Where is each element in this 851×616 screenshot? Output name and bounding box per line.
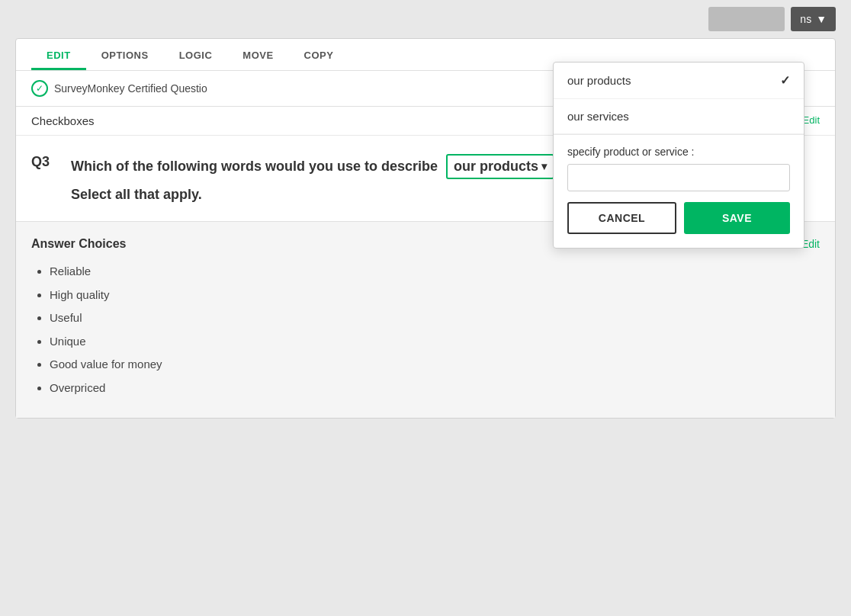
dropdown-item-label: our services — [567, 110, 629, 123]
specify-section: specify product or service : CANCEL SAVE — [554, 134, 804, 248]
inline-dropdown[interactable]: our products ▾ — [446, 154, 554, 179]
tab-copy[interactable]: COPY — [289, 39, 349, 70]
save-button[interactable]: SAVE — [684, 202, 790, 234]
dropdown-item-label: our products — [567, 74, 631, 87]
list-item: High quality — [50, 287, 820, 304]
specify-label: specify product or service : — [567, 146, 790, 158]
top-bar-dropdown-label: ns — [800, 13, 811, 25]
list-item: Useful — [50, 310, 820, 327]
list-item: Reliable — [50, 263, 820, 281]
list-item: Unique — [50, 333, 820, 351]
certified-icon: ✓ — [31, 80, 48, 97]
top-bar-btn1[interactable] — [708, 7, 785, 31]
answer-list: Reliable High quality Useful Unique Good… — [31, 263, 820, 396]
specify-input[interactable] — [567, 164, 790, 191]
answer-choices-title: Answer Choices — [31, 237, 126, 251]
certified-text: SurveyMonkey Certified Questio — [54, 82, 207, 95]
answer-section: Answer Choices Edit Reliable High qualit… — [16, 222, 835, 418]
list-item: Overpriced — [50, 380, 820, 397]
check-icon: ✓ — [780, 73, 790, 88]
dropdown-popup: our products ✓ our services specify prod… — [553, 62, 804, 249]
tab-logic[interactable]: LOGIC — [164, 39, 228, 70]
dropdown-item-services[interactable]: our services — [554, 99, 804, 134]
inline-dropdown-value: our products — [454, 157, 538, 176]
question-text: Which of the following words would you u… — [71, 154, 571, 179]
question-number: Q3 — [31, 154, 62, 170]
tab-move[interactable]: MOVE — [227, 39, 288, 70]
cancel-button[interactable]: CANCEL — [567, 202, 676, 234]
main-card: EDIT OPTIONS LOGIC MOVE COPY ✓ SurveyMon… — [15, 38, 836, 419]
top-bar-dropdown-arrow: ▼ — [816, 13, 827, 25]
tab-edit[interactable]: EDIT — [31, 39, 86, 70]
top-bar: ns ▼ — [0, 0, 851, 38]
question-text-before: Which of the following words would you u… — [71, 159, 438, 174]
popup-buttons: CANCEL SAVE — [567, 202, 790, 234]
edit-inline-link[interactable]: Edit — [803, 114, 820, 126]
inline-dropdown-arrow: ▾ — [541, 159, 547, 175]
question-type-label: Checkboxes — [31, 114, 95, 127]
top-bar-dropdown[interactable]: ns ▼ — [791, 7, 836, 31]
tab-options[interactable]: OPTIONS — [86, 39, 164, 70]
list-item: Good value for money — [50, 356, 820, 374]
dropdown-item-products[interactable]: our products ✓ — [554, 63, 804, 99]
